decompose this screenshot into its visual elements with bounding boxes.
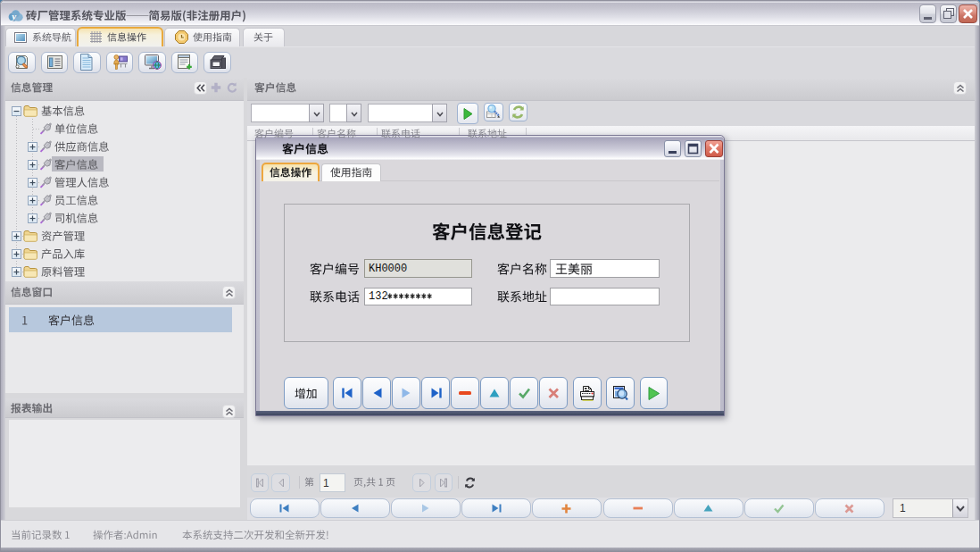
svg-text:y: y <box>10 11 16 21</box>
